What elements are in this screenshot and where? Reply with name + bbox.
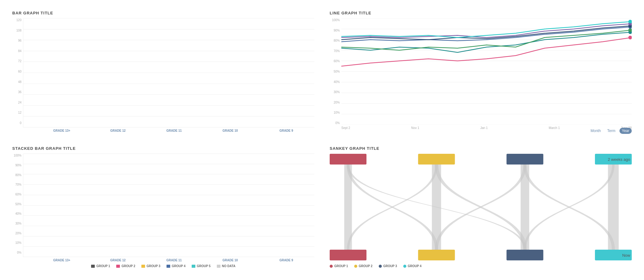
stacked-x-axis: GRADE 13+GRADE 12GRADE 11GRADE 10GRADE 9 <box>23 257 314 262</box>
bars-row <box>23 18 314 127</box>
svg-rect-24 <box>507 250 543 260</box>
svg-rect-20 <box>507 154 543 165</box>
svg-rect-23 <box>418 250 455 260</box>
line-y-label: 100% <box>332 18 340 22</box>
stacked-bars-row <box>23 154 314 257</box>
grid-line <box>23 40 314 40</box>
legend-item: GROUP 2 <box>116 264 135 268</box>
sankey-legend-item: GROUP 2 <box>354 264 373 268</box>
legend-color <box>192 265 195 268</box>
stacked-bar-graph-panel: STACKED BAR GRAPH TITLE 0%10%20%30%40%50… <box>6 142 320 274</box>
legend-item: GROUP 4 <box>167 264 186 268</box>
line-y-label: 70% <box>334 49 340 53</box>
sankey-legend-item: GROUP 3 <box>379 264 397 268</box>
sankey-legend-color <box>354 265 357 268</box>
line-y-label: 60% <box>334 59 340 63</box>
line-y-label: 50% <box>334 70 340 73</box>
bar-graph-panel: BAR GRAPH TITLE 01224364860728496108120 … <box>6 6 320 138</box>
bar-y-label: 108 <box>16 29 21 32</box>
stacked-y-label: 70% <box>15 183 21 186</box>
time-toggle: MonthTermYear <box>588 128 632 134</box>
stacked-grid-line <box>23 215 314 216</box>
stacked-grid-lines <box>23 154 314 257</box>
time-button-year[interactable]: Year <box>619 128 632 134</box>
time-button-month[interactable]: Month <box>588 128 603 134</box>
legend-color <box>167 265 170 268</box>
stacked-y-label: 20% <box>15 232 21 235</box>
legend-label: GROUP 3 <box>147 264 160 268</box>
stacked-y-axis: 0%10%20%30%40%50%60%70%80%90%100% <box>12 154 23 262</box>
bar-chart-container: 01224364860728496108120 GRADE 13+GRADE 1… <box>12 18 314 132</box>
stacked-x-label: GRADE 13+ <box>50 259 74 262</box>
stacked-chart-area: 0%10%20%30%40%50%60%70%80%90%100% GRADE … <box>12 154 314 262</box>
stacked-y-label: 0% <box>17 251 21 254</box>
sankey-legend-color <box>330 265 333 268</box>
stacked-grid-line <box>23 226 314 226</box>
svg-rect-18 <box>330 154 366 165</box>
legend-color <box>141 265 145 268</box>
legend-item: NO DATA <box>217 264 236 268</box>
stacked-grid-line <box>23 205 314 206</box>
stacked-chart-inner: GRADE 13+GRADE 12GRADE 11GRADE 10GRADE 9 <box>23 154 314 262</box>
stacked-grid-line <box>23 257 314 257</box>
line-y-label: 40% <box>334 80 340 84</box>
stacked-y-label: 60% <box>15 193 21 196</box>
sankey-legend-color <box>403 265 406 268</box>
bar-y-label: 84 <box>18 49 21 53</box>
bar-x-label: GRADE 9 <box>274 129 299 132</box>
bar-y-label: 12 <box>18 111 21 114</box>
line-y-axis: 0%10%20%30%40%50%60%70%80%90%100% <box>330 18 341 125</box>
grid-line <box>23 94 314 95</box>
sankey-graph-title: SANKEY GRAPH TITLE <box>330 146 632 151</box>
stacked-y-label: 50% <box>15 202 21 206</box>
line-y-label: 10% <box>334 111 340 114</box>
bar-y-label: 0 <box>20 121 21 125</box>
stacked-y-label: 100% <box>13 154 21 157</box>
bar-y-label: 60 <box>18 70 21 73</box>
legend-label: GROUP 1 <box>96 264 110 268</box>
legend-color <box>91 265 95 268</box>
sankey-legend-item: GROUP 1 <box>330 264 348 268</box>
sankey-legend-label: GROUP 4 <box>408 264 422 268</box>
stacked-y-label: 90% <box>15 164 21 167</box>
grid-line <box>23 29 314 29</box>
line-chart-area: 0%10%20%30%40%50%60%70%80%90%100% Sept 2… <box>330 18 632 132</box>
grid-line <box>23 127 314 127</box>
line-x-label: Jan 1 <box>480 126 488 132</box>
line-y-label: 80% <box>334 39 340 42</box>
stacked-grid-line <box>23 164 314 164</box>
stacked-grid-line <box>23 195 314 195</box>
bar-y-label: 36 <box>18 90 21 94</box>
stacked-grid-line <box>23 184 314 185</box>
stacked-legend: GROUP 1GROUP 2GROUP 3GROUP 4GROUP 5NO DA… <box>12 264 314 268</box>
sankey-legend-item: GROUP 4 <box>403 264 422 268</box>
line-x-label: Nov 1 <box>411 126 419 132</box>
bar-y-label: 72 <box>18 59 21 63</box>
line-graph-title: LINE GRAPH TITLE <box>330 11 632 15</box>
stacked-x-label: GRADE 12 <box>106 259 130 262</box>
sankey-main: 2 weeks agoNow <box>330 154 632 262</box>
stacked-chart-container: 0%10%20%30%40%50%60%70%80%90%100% GRADE … <box>12 154 314 268</box>
legend-item: GROUP 1 <box>91 264 110 268</box>
sankey-legend-label: GROUP 1 <box>334 264 348 268</box>
legend-label: GROUP 5 <box>197 264 211 268</box>
legend-label: GROUP 4 <box>172 264 186 268</box>
bar-x-label: GRADE 13+ <box>50 129 74 132</box>
bar-x-label: GRADE 10 <box>218 129 243 132</box>
svg-point-11 <box>628 36 632 39</box>
line-y-label: 0% <box>335 121 340 125</box>
line-x-label: March 1 <box>549 126 560 132</box>
stacked-grid-line <box>23 236 314 236</box>
line-y-label: 90% <box>334 29 340 32</box>
line-y-label: 30% <box>334 90 340 94</box>
stacked-y-label: 30% <box>15 222 21 225</box>
bar-x-label: GRADE 12 <box>106 129 130 132</box>
bar-y-label: 96 <box>18 39 21 42</box>
stacked-x-label: GRADE 9 <box>274 259 299 262</box>
bar-y-axis: 01224364860728496108120 <box>12 18 23 132</box>
line-graph-panel: LINE GRAPH TITLE 0%10%20%30%40%50%60%70%… <box>324 6 638 138</box>
bar-x-axis: GRADE 13+GRADE 12GRADE 11GRADE 10GRADE 9 <box>23 127 314 132</box>
time-button-term[interactable]: Term <box>605 128 618 134</box>
bar-grid-lines <box>23 18 314 127</box>
legend-item: GROUP 5 <box>192 264 211 268</box>
